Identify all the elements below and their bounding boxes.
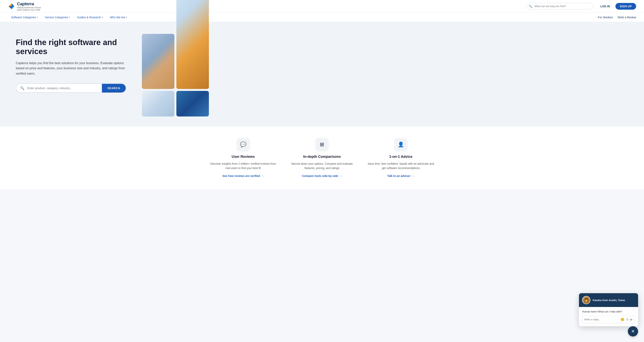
comparisons-icon-box: ⊞ — [316, 138, 328, 151]
hero-section: Find the right software and services Cap… — [0, 22, 644, 126]
nav-item-software-categories[interactable]: Software Categories ▾ — [8, 12, 41, 22]
chevron-down-icon: ▾ — [37, 16, 38, 18]
arrow-icon: → — [339, 174, 342, 177]
feature-comparisons: ⊞ In-depth Comparisons Narrow down your … — [288, 138, 356, 177]
features-section: 💬 User Reviews Discover insights from 2 … — [0, 126, 644, 189]
arrow-icon: → — [261, 174, 264, 177]
feature-advice-desc: Save time, feel confident. Speak with an… — [367, 162, 434, 171]
nav-item-who-we-are[interactable]: Who We Are ▾ — [107, 12, 130, 22]
talk-to-advisor-label: Talk to an advisor — [387, 174, 410, 177]
header-actions: LOG IN SIGN UP — [598, 3, 636, 10]
feature-user-reviews-desc: Discover insights from 2 million+ verifi… — [210, 162, 277, 171]
hero-images — [142, 34, 209, 117]
compare-tools-link[interactable]: Compare tools side-by-side → — [302, 174, 342, 177]
grid-icon: ⊞ — [320, 142, 324, 148]
nav-right: For Vendors Write a Review — [598, 16, 636, 19]
compare-tools-label: Compare tools side-by-side — [302, 174, 338, 177]
logo-brand: Capterra — [17, 1, 41, 6]
hero-search-icon: 🔍 — [16, 86, 27, 90]
svg-marker-0 — [9, 3, 12, 6]
chevron-down-icon: ▾ — [126, 16, 127, 18]
see-reviews-verified-link[interactable]: See how reviews are verified → — [222, 174, 264, 177]
nav-service-categories-label: Service Categories — [45, 16, 68, 19]
hero-image-phone-hand — [176, 91, 209, 117]
svg-marker-1 — [12, 3, 14, 6]
feature-comparisons-desc: Narrow down your options. Compare and ev… — [288, 162, 356, 171]
chevron-down-icon: ▾ — [102, 16, 103, 18]
feature-comparisons-title: In-depth Comparisons — [303, 155, 341, 159]
hero-search-button[interactable]: SEARCH — [102, 84, 126, 92]
nav-software-categories-label: Software Categories — [11, 16, 36, 19]
feature-advice-title: 1-on-1 Advice — [389, 155, 412, 159]
hero-image-man-laptop — [176, 0, 209, 89]
header: Capterra Helping businesses choose bette… — [0, 0, 644, 12]
talk-to-advisor-link[interactable]: Talk to an advisor → — [387, 174, 414, 177]
capterra-logo-icon — [8, 3, 15, 10]
feature-user-reviews: 💬 User Reviews Discover insights from 2 … — [210, 138, 277, 177]
chevron-down-icon: ▾ — [69, 16, 70, 18]
logo-tagline: Helping businesses choose better softwar… — [17, 6, 41, 11]
nav-bar: Software Categories ▾ Service Categories… — [0, 12, 644, 22]
nav-write-review[interactable]: Write a Review — [618, 16, 636, 19]
nav-guides-research-label: Guides & Research — [77, 16, 101, 19]
header-search-container: 🔍 — [526, 3, 593, 9]
nav-item-service-categories[interactable]: Service Categories ▾ — [42, 12, 73, 22]
person-icon: 👤 — [398, 142, 404, 148]
header-search-icon: 🔍 — [529, 4, 532, 8]
hero-image-woman-phone — [142, 34, 174, 89]
hero-search-bar: 🔍 SEARCH — [16, 83, 126, 93]
hero-image-woman-laptop — [142, 91, 174, 117]
nav-item-guides-research[interactable]: Guides & Research ▾ — [74, 12, 106, 22]
nav-for-vendors[interactable]: For Vendors — [598, 16, 613, 19]
svg-marker-3 — [12, 6, 14, 9]
feature-advice: 👤 1-on-1 Advice Save time, feel confiden… — [367, 138, 434, 177]
advice-icon-box: 👤 — [394, 138, 407, 151]
hero-title: Find the right software and services — [16, 38, 130, 56]
arrow-icon: → — [412, 174, 414, 177]
feature-user-reviews-title: User Reviews — [232, 155, 254, 159]
logo[interactable]: Capterra Helping businesses choose bette… — [8, 1, 41, 11]
hero-search-input[interactable] — [27, 84, 102, 92]
hero-content: Find the right software and services Cap… — [16, 34, 130, 93]
hero-subtitle: Capterra helps you find the best solutio… — [16, 61, 130, 76]
svg-marker-2 — [9, 6, 12, 9]
user-reviews-icon-box: 💬 — [237, 138, 250, 151]
see-reviews-label: See how reviews are verified — [222, 174, 260, 177]
signup-button[interactable]: SIGN UP — [616, 3, 636, 10]
nav-left: Software Categories ▾ Service Categories… — [8, 12, 598, 22]
nav-who-we-are-label: Who We Are — [110, 16, 125, 19]
login-button[interactable]: LOG IN — [598, 3, 612, 9]
chat-icon: 💬 — [240, 142, 246, 148]
header-search-input[interactable] — [526, 3, 593, 9]
